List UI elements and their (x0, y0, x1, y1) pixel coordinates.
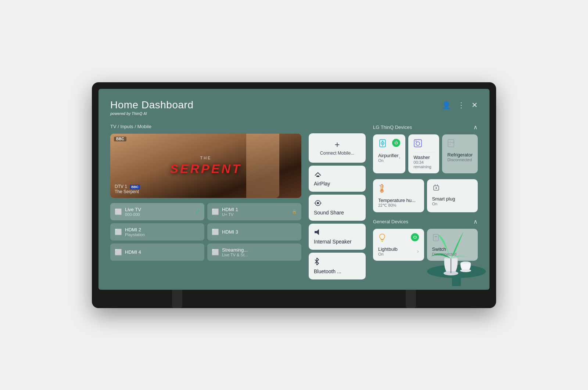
temperature-status: 22℃ 80% (378, 203, 419, 208)
svg-point-8 (382, 142, 383, 144)
connect-mobile-label: Connect Mobile... (320, 151, 354, 156)
tv-frame: Home Dashboard powered by ThinQ AI 👤 ⋮ ✕… (92, 82, 496, 308)
hdmi3-icon: ⬜ (212, 228, 219, 235)
airplay-button[interactable]: AirPlay (309, 166, 366, 192)
device-switch[interactable]: Switch Disconnected (427, 229, 478, 261)
internal-speaker-label: Internal Speaker (314, 239, 352, 245)
input-streaming[interactable]: ⬜ Streaming... Live TV & St... (207, 243, 301, 261)
temperature-name: Temperature hu... (378, 198, 419, 203)
svg-rect-11 (414, 140, 422, 147)
sound-share-label: Sound Share (314, 210, 344, 216)
svg-point-24 (380, 185, 381, 186)
svg-point-25 (380, 186, 381, 187)
airpurifier-chevron: › (399, 155, 401, 160)
svg-rect-0 (316, 176, 319, 177)
thinq-device-grid-row1: ⏻ Airpurifier On › (373, 134, 478, 173)
airpurifier-icon (378, 139, 387, 150)
tv-stand-right-leg (406, 290, 416, 308)
thinq-label: LG ThinQ Devices (373, 124, 412, 130)
device-refrigerator[interactable]: Refrigerator Disconnected (442, 134, 478, 173)
lightbulb-name: Lightbulb (378, 246, 398, 252)
input-hdmi3[interactable]: ⬜ HDMI 3 (207, 223, 301, 241)
svg-rect-15 (448, 140, 454, 147)
internal-speaker-icon (314, 229, 322, 237)
thinq-section-header: LG ThinQ Devices ∧ (373, 124, 478, 131)
live-tv-icon: ⬜ (115, 208, 122, 215)
right-panel: LG ThinQ Devices ∧ (373, 124, 478, 279)
lightbulb-icon (378, 233, 386, 243)
svg-rect-30 (381, 239, 384, 240)
device-temperature[interactable]: Temperature hu... 22℃ 80% (373, 179, 424, 212)
bbc-badge: BBC (114, 137, 126, 141)
bluetooth-button[interactable]: Bluetooth ... (309, 253, 366, 279)
sound-share-button[interactable]: Sound Share (309, 195, 366, 221)
lock-icon: 🔒 (292, 209, 297, 214)
header-actions: 👤 ⋮ ✕ (442, 101, 478, 109)
tv-stand-left-leg (172, 290, 182, 308)
switch-icon (432, 233, 440, 243)
hdmi1-icon: ⬜ (212, 208, 219, 215)
smart-plug-icon (432, 184, 440, 193)
page-title: Home Dashboard (110, 99, 193, 111)
svg-rect-33 (435, 236, 437, 237)
lightbulb-power-btn[interactable]: ⏻ (411, 233, 419, 241)
general-label: General Devices (373, 219, 408, 224)
svg-point-2 (317, 202, 319, 204)
washer-icon (413, 139, 422, 149)
thinq-device-grid-row2: Temperature hu... 22℃ 80% (373, 179, 478, 212)
input-hdmi1[interactable]: ⬜ HDMI 1 U+ TV 🔒 (207, 203, 301, 220)
device-airpurifier[interactable]: ⏻ Airpurifier On › (373, 134, 405, 173)
refrigerator-status: Disconnected (447, 158, 473, 162)
lightbulb-chevron: › (417, 248, 419, 254)
switch-name: Switch (432, 246, 473, 252)
general-section-header: General Devices ∧ (373, 218, 478, 225)
svg-marker-5 (315, 229, 319, 235)
hdmi2-icon: ⬜ (115, 228, 122, 235)
tv-preview[interactable]: THE SERPENT BBC DTV 1 BBC The Serpent (110, 134, 301, 198)
internal-speaker-button[interactable]: Internal Speaker (309, 224, 366, 250)
svg-point-21 (381, 190, 383, 192)
left-panel: TV / Inputs / Mobile THE SERPENT BBC (110, 124, 301, 279)
plus-icon: + (334, 140, 340, 149)
connect-mobile-button[interactable]: + Connect Mobile... (309, 133, 366, 163)
bluetooth-icon (314, 258, 320, 267)
device-lightbulb[interactable]: ⏻ Lightbulb On › (373, 229, 424, 261)
input-hdmi2[interactable]: ⬜ HDMI 2 Playstation (110, 223, 204, 241)
switch-status: Disconnected (432, 252, 473, 256)
smart-plug-name: Smart plug (432, 196, 473, 202)
input-hdmi4[interactable]: ⬜ HDMI 4 (110, 243, 204, 261)
washer-name: Washer (413, 155, 434, 160)
active-check-icon: ✓ (196, 209, 200, 214)
profile-icon[interactable]: 👤 (442, 101, 451, 109)
close-icon[interactable]: ✕ (472, 101, 478, 109)
svg-point-29 (435, 187, 437, 189)
header: Home Dashboard powered by ThinQ AI 👤 ⋮ ✕ (110, 99, 478, 116)
middle-panel: + Connect Mobile... AirPlay (309, 133, 366, 279)
input-live-tv[interactable]: ⬜ Live TV 000-000 ✓ (110, 203, 204, 220)
more-menu-icon[interactable]: ⋮ (458, 101, 465, 109)
channel-badge: BBC (130, 185, 140, 189)
svg-rect-32 (433, 234, 438, 241)
header-title-block: Home Dashboard powered by ThinQ AI (110, 99, 193, 116)
input-grid: ⬜ Live TV 000-000 ✓ ⬜ HDMI 1 U+ TV (110, 203, 301, 261)
general-device-grid: ⏻ Lightbulb On › (373, 229, 478, 261)
tv-stand (98, 290, 490, 308)
airpurifier-name: Airpurifier (378, 153, 399, 158)
bluetooth-label: Bluetooth ... (314, 268, 341, 274)
main-content: TV / Inputs / Mobile THE SERPENT BBC (110, 124, 478, 279)
device-washer[interactable]: Washer 00:34 remaining (408, 134, 439, 173)
svg-point-12 (416, 142, 420, 145)
svg-point-13 (416, 140, 417, 141)
general-collapse-icon[interactable]: ∧ (473, 218, 478, 225)
channel-info: DTV 1 BBC The Serpent (115, 184, 140, 194)
airpurifier-status: On (378, 158, 399, 163)
lightbulb-status: On (378, 252, 398, 256)
airpurifier-power-btn[interactable]: ⏻ (392, 139, 400, 147)
airplay-label: AirPlay (314, 181, 330, 187)
header-subtitle: powered by ThinQ AI (110, 112, 193, 116)
temperature-icon (378, 184, 386, 195)
device-smart-plug[interactable]: Smart plug On (427, 179, 478, 212)
thinq-collapse-icon[interactable]: ∧ (473, 124, 478, 131)
tv-screen: Home Dashboard powered by ThinQ AI 👤 ⋮ ✕… (98, 89, 490, 290)
washer-status: 00:34 remaining (413, 160, 434, 169)
